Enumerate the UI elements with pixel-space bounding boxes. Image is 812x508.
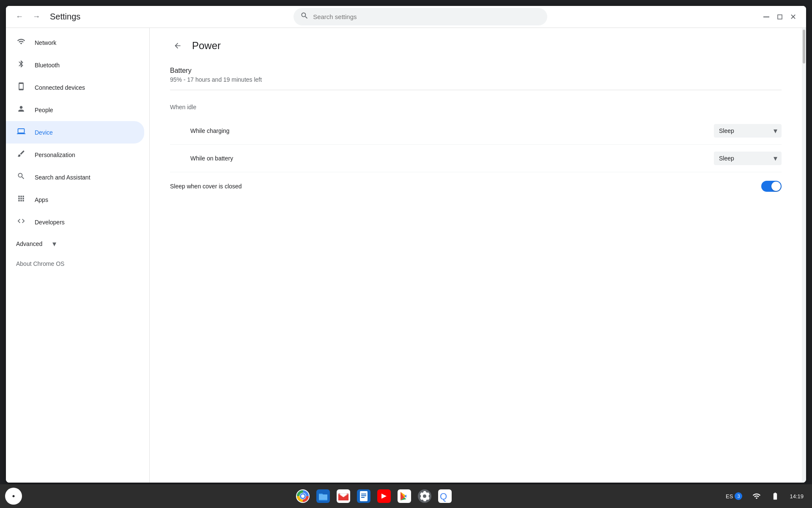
svg-point-9: [301, 494, 304, 498]
taskbar-app-settings[interactable]: [415, 487, 434, 505]
svg-point-2: [13, 495, 15, 497]
language-label: ES: [726, 493, 733, 500]
while-battery-select-wrapper: Sleep Turn off display Keep display on ▾: [714, 152, 782, 165]
time-display: 14:19: [790, 493, 804, 500]
sidebar-label-search-assistant: Search and Assistant: [35, 174, 91, 181]
back-button[interactable]: [170, 38, 185, 53]
system-tray: ES 3 14:19: [722, 490, 807, 502]
sidebar-item-connected-devices[interactable]: Connected devices: [6, 76, 144, 99]
titlebar-left: ← → Settings: [13, 10, 80, 24]
main-layout: Network Bluetooth Connected devices Peop…: [6, 28, 806, 483]
language-indicator[interactable]: ES 3: [722, 491, 746, 502]
wifi-icon: [16, 37, 26, 48]
bluetooth-icon: [16, 60, 26, 70]
sidebar-label-network: Network: [35, 39, 56, 46]
titlebar: ← → Settings ✕: [6, 6, 806, 28]
about-label: About Chrome OS: [16, 260, 64, 267]
search-bar[interactable]: [294, 8, 547, 25]
close-button[interactable]: ✕: [787, 11, 799, 23]
while-charging-select-wrapper: Sleep Turn off display Keep display on ▾: [714, 124, 782, 138]
sleep-cover-label: Sleep when cover is closed: [170, 183, 242, 190]
while-charging-select[interactable]: Sleep Turn off display Keep display on: [714, 124, 782, 138]
wifi-tray-icon[interactable]: [749, 490, 764, 502]
svg-rect-1: [778, 15, 782, 19]
settings-window: ← → Settings ✕: [6, 6, 806, 483]
sidebar-item-people[interactable]: People: [6, 99, 144, 121]
sidebar-item-personalization[interactable]: Personalization: [6, 144, 144, 166]
maximize-button[interactable]: [774, 11, 786, 23]
minimize-button[interactable]: [760, 11, 772, 23]
taskbar-app-youtube[interactable]: [375, 487, 393, 505]
laptop-icon: [16, 127, 26, 138]
window-controls: ✕: [760, 11, 799, 23]
sidebar-label-device: Device: [35, 129, 53, 136]
sidebar-item-device[interactable]: Device: [6, 121, 144, 144]
smartphone-icon: [16, 82, 26, 93]
sidebar-item-search-assistant[interactable]: Search and Assistant: [6, 166, 144, 188]
page-header: Power: [170, 38, 782, 53]
clock[interactable]: 14:19: [786, 491, 807, 501]
svg-rect-16: [361, 494, 366, 494]
taskbar-app-docs[interactable]: [354, 487, 373, 505]
svg-rect-0: [763, 17, 769, 17]
app-title: Settings: [50, 12, 80, 22]
taskbar-app-gmail[interactable]: [334, 487, 353, 505]
sidebar-label-personalization: Personalization: [35, 152, 75, 158]
search-icon: [300, 11, 309, 22]
battery-status: 95% - 17 hours and 19 minutes left: [170, 76, 782, 83]
svg-rect-17: [361, 495, 366, 496]
back-nav-button[interactable]: ←: [13, 10, 26, 24]
search-icon: [16, 172, 26, 182]
while-battery-row: While on battery Sleep Turn off display …: [170, 145, 782, 172]
svg-rect-18: [361, 497, 365, 498]
advanced-label: Advanced: [16, 240, 42, 247]
battery-tray-icon[interactable]: [768, 490, 783, 502]
taskbar-app-play-kids[interactable]: Q: [436, 487, 454, 505]
sidebar-label-bluetooth: Bluetooth: [35, 62, 60, 69]
chevron-down-icon: ▾: [52, 239, 56, 248]
sidebar-item-advanced[interactable]: Advanced ▾: [6, 233, 144, 254]
svg-text:Q: Q: [440, 491, 447, 502]
sidebar: Network Bluetooth Connected devices Peop…: [6, 28, 150, 483]
when-idle-label: When idle: [170, 104, 782, 110]
sidebar-label-connected-devices: Connected devices: [35, 84, 85, 91]
launcher-button[interactable]: [5, 488, 22, 505]
sleep-cover-row: Sleep when cover is closed: [170, 172, 782, 200]
content-area: Power Battery 95% - 17 hours and 19 minu…: [150, 28, 802, 483]
sidebar-label-people: People: [35, 107, 53, 113]
scrollbar[interactable]: [802, 28, 806, 483]
when-idle-section: When idle While charging Sleep Turn off …: [170, 104, 782, 200]
sidebar-item-apps[interactable]: Apps: [6, 188, 144, 211]
while-charging-row: While charging Sleep Turn off display Ke…: [170, 117, 782, 145]
brush-icon: [16, 149, 26, 160]
battery-section: Battery 95% - 17 hours and 19 minutes le…: [170, 67, 782, 90]
sidebar-item-bluetooth[interactable]: Bluetooth: [6, 54, 144, 76]
sidebar-label-apps: Apps: [35, 196, 48, 203]
sidebar-item-developers[interactable]: Developers: [6, 211, 144, 233]
taskbar-app-play[interactable]: [395, 487, 414, 505]
badge-count: 3: [735, 492, 742, 500]
forward-nav-button[interactable]: →: [30, 10, 43, 24]
search-input[interactable]: [313, 13, 540, 20]
sleep-cover-toggle[interactable]: [761, 181, 782, 192]
battery-title: Battery: [170, 67, 782, 75]
sidebar-item-network[interactable]: Network: [6, 31, 144, 54]
while-charging-label: While charging: [190, 127, 230, 134]
person-icon: [16, 105, 26, 115]
taskbar-apps: Q: [27, 487, 721, 505]
taskbar-app-files[interactable]: [314, 487, 332, 505]
taskbar-app-chrome[interactable]: [294, 487, 312, 505]
sidebar-label-developers: Developers: [35, 219, 65, 226]
scrollbar-thumb[interactable]: [803, 30, 805, 64]
while-battery-select[interactable]: Sleep Turn off display Keep display on: [714, 152, 782, 165]
toggle-knob: [771, 182, 781, 191]
sidebar-item-about[interactable]: About Chrome OS: [6, 254, 144, 273]
apps-icon: [16, 194, 26, 205]
code-icon: [16, 217, 26, 227]
taskbar: Q ES 3 14:19: [0, 484, 812, 508]
page-title: Power: [192, 40, 221, 52]
while-battery-label: While on battery: [190, 155, 233, 162]
